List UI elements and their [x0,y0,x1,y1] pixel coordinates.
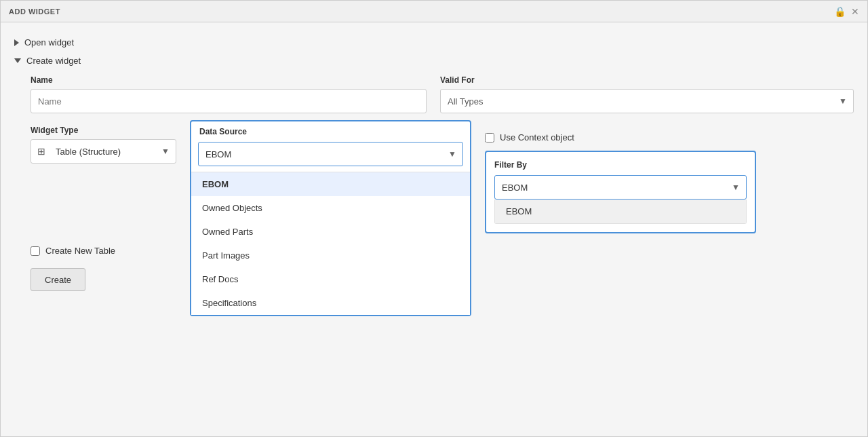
filter-select-row: EBOM ▼ EBOM [494,175,747,224]
valid-for-field-group: Valid For All Types ▼ [440,75,854,113]
open-widget-section[interactable]: Open widget [14,33,854,52]
create-new-table-checkbox[interactable] [31,246,40,256]
create-new-table-row: Create New Table [31,246,115,256]
valid-for-select-wrapper: All Types ▼ [440,89,854,113]
header-icons: 🔒 ✕ [834,6,859,17]
filter-by-select[interactable]: EBOM [494,175,747,200]
create-new-table-label: Create New Table [45,246,115,256]
data-source-select-row: EBOM Owned Objects Owned Parts Part Imag… [191,139,470,172]
data-source-option-specifications[interactable]: Specifications [191,291,470,315]
create-button[interactable]: Create [31,268,85,291]
open-widget-toggle-icon [14,39,19,46]
right-section: Use Context object Filter By EBOM ▼ [485,126,854,233]
data-source-option-ebom[interactable]: EBOM [191,172,470,196]
use-context-label: Use Context object [500,132,574,142]
create-widget-toggle-icon [14,58,21,63]
widget-type-select[interactable]: Table (Structure) [31,139,176,164]
valid-for-select[interactable]: All Types [440,89,854,113]
filter-select-wrapper: EBOM ▼ [494,175,747,200]
name-field-group: Name [31,75,427,113]
close-icon[interactable]: ✕ [851,6,859,17]
modal-body: Open widget Create widget Name Valid For… [1,22,867,436]
table-icon: ⊞ [37,146,45,157]
filter-option-ebom[interactable]: EBOM [495,200,746,223]
form-middle-row: Widget Type ⊞ Table (Structure) ▼ Data S… [31,126,854,233]
form-top-row: Name Valid For All Types ▼ [31,75,854,113]
modal-title: ADD WIDGET [9,7,60,16]
data-source-dropdown-list: EBOM Owned Objects Owned Parts Part Imag… [191,172,470,315]
data-source-label: Data Source [191,121,470,139]
create-widget-form: Name Valid For All Types ▼ [14,70,854,291]
name-label: Name [31,75,427,85]
create-widget-section[interactable]: Create widget [14,52,854,70]
create-widget-label: Create widget [26,56,81,66]
widget-type-select-wrapper: ⊞ Table (Structure) ▼ [31,139,176,164]
filter-dropdown-list: EBOM [494,200,747,224]
use-context-row: Use Context object [485,132,854,142]
data-source-box: Data Source EBOM Owned Objects Owned Par… [190,120,471,316]
filter-by-label: Filter By [494,160,747,170]
filter-by-box: Filter By EBOM ▼ EBOM [485,151,756,233]
data-source-select-wrapper: EBOM Owned Objects Owned Parts Part Imag… [198,142,463,166]
valid-for-label: Valid For [440,75,854,85]
use-context-checkbox[interactable] [485,133,494,142]
data-source-option-owned-parts[interactable]: Owned Parts [191,220,470,244]
data-source-option-part-images[interactable]: Part Images [191,244,470,267]
lock-icon: 🔒 [834,6,846,17]
data-source-select[interactable]: EBOM Owned Objects Owned Parts Part Imag… [198,142,463,166]
name-input[interactable] [31,89,427,113]
widget-type-label: Widget Type [31,126,176,135]
modal-header: ADD WIDGET 🔒 ✕ [1,1,867,22]
add-widget-modal: ADD WIDGET 🔒 ✕ Open widget Create widget… [0,0,868,437]
widget-type-group: Widget Type ⊞ Table (Structure) ▼ [31,126,176,164]
data-source-option-owned-objects[interactable]: Owned Objects [191,196,470,220]
data-source-option-ref-docs[interactable]: Ref Docs [191,267,470,291]
open-widget-label: Open widget [24,37,74,48]
